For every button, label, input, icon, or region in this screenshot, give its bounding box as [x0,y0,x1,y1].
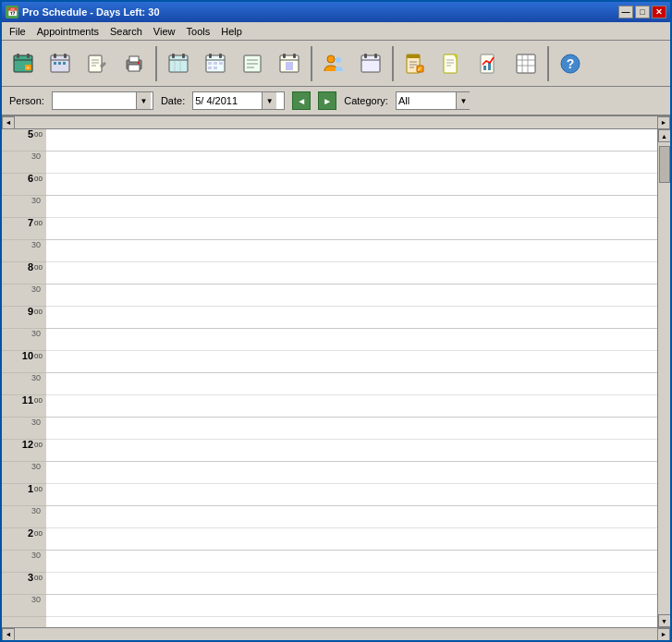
person-dropdown-arrow[interactable]: ▼ [136,92,151,109]
svg-rect-43 [293,54,296,58]
time-slot: 30 [2,329,46,351]
svg-rect-23 [172,54,175,58]
svg-rect-2 [27,54,30,58]
edit-button[interactable] [79,44,115,83]
appointment-slot[interactable] [46,329,657,351]
appointment-slot[interactable] [46,373,657,395]
appointment-slot[interactable] [46,551,657,573]
half-hour-label: 30 [31,595,41,604]
appointment-slot[interactable] [46,151,657,174]
time-slot: 1100 [2,395,46,418]
appointment-slot[interactable] [46,218,657,240]
appointment-slot[interactable] [46,351,657,373]
date-label: Date: [161,95,185,106]
menu-tools[interactable]: Tools [181,24,216,39]
hour-label: 7 [28,218,33,228]
appointment-slot[interactable] [46,307,657,329]
appointment-slot[interactable] [46,418,657,440]
menu-view[interactable]: View [148,24,181,39]
category-input[interactable] [398,95,456,106]
scroll-down-button[interactable]: ▼ [658,614,671,627]
people-button[interactable] [316,44,351,83]
svg-rect-12 [63,62,66,65]
menu-help[interactable]: Help [215,24,248,39]
svg-text:?: ? [567,56,575,71]
time-slot: 700 [2,218,46,240]
date-input[interactable] [195,95,262,106]
appointment-slot[interactable] [46,595,657,617]
time-slot: 30 [2,240,46,262]
svg-rect-48 [361,55,380,72]
appointment-slot[interactable] [46,484,657,506]
category-combo[interactable]: ▼ [396,91,470,110]
minutes-label: 00 [34,308,43,316]
help-button[interactable]: ? [553,44,588,83]
minutes-label: 00 [34,396,43,405]
svg-rect-65 [483,66,486,70]
yearly-view-button[interactable] [353,44,388,83]
appointment-slot[interactable] [46,285,657,307]
date-prev-button[interactable]: ◄ [292,91,311,110]
appointment-slot[interactable] [46,240,657,262]
print-button[interactable] [116,44,152,83]
title-bar: 📅 Pro Schedule - Days Left: 30 — □ ✕ [2,2,670,22]
time-slot: 30 [2,151,46,174]
time-slot: 600 [2,174,46,196]
category-dropdown-arrow[interactable]: ▼ [456,92,470,109]
date-next-button[interactable]: ► [318,91,336,110]
reports-button[interactable] [471,44,507,83]
maximize-button[interactable]: □ [635,6,650,18]
appointment-slot[interactable] [46,196,657,218]
date-dropdown-arrow[interactable]: ▼ [262,92,276,109]
print-icon [123,53,145,75]
scroll-thumb[interactable] [659,146,670,183]
reports-icon [478,53,500,75]
category-label: Category: [344,95,388,106]
menu-search[interactable]: Search [104,24,148,39]
time-slot: 1000 [2,351,46,373]
appointment-slot[interactable] [46,462,657,484]
title-buttons: — □ ✕ [618,6,666,18]
menu-appointments[interactable]: Appointments [31,24,104,39]
time-slot: 30 [2,196,46,218]
appointment-slot[interactable] [46,262,657,285]
title-bar-left: 📅 Pro Schedule - Days Left: 30 [6,6,160,18]
h-scroll-right-button[interactable]: ► [657,116,670,129]
h-scroll-left-button[interactable]: ◄ [2,116,15,129]
time-slot: 30 [2,551,46,573]
appointment-slot[interactable] [46,573,657,595]
appointment-column[interactable] [46,129,657,627]
scroll-track [658,142,671,614]
monthly-view-button[interactable] [198,44,233,83]
minimize-button[interactable]: — [618,6,633,18]
person-combo[interactable]: ▼ [52,91,153,110]
open-calendar-icon [49,53,71,75]
appointment-slot[interactable] [46,129,657,151]
list-view-button[interactable] [235,44,270,83]
hour-label: 2 [28,528,33,539]
h-scroll-bottom-left-button[interactable]: ◄ [2,628,15,641]
weekly-view-button[interactable] [161,44,196,83]
time-column: 5003060030700308003090030100030110030120… [2,129,46,627]
close-button[interactable]: ✕ [652,6,666,18]
menu-file[interactable]: File [4,24,31,39]
date-combo[interactable]: ▼ [192,91,285,110]
grid-button[interactable] [508,44,544,83]
person-input[interactable] [55,95,136,106]
open-calendar-button[interactable] [43,44,78,83]
notes-button[interactable] [434,44,470,83]
scroll-up-button[interactable]: ▲ [658,129,671,142]
appointment-slot[interactable] [46,174,657,196]
task-list-button[interactable]: ✓ [397,44,433,83]
appointment-slot[interactable] [46,440,657,462]
minutes-label: 00 [34,219,43,227]
h-scroll-bottom-right-button[interactable]: ► [657,628,670,641]
svg-rect-33 [214,62,217,65]
appointment-slot[interactable] [46,506,657,528]
appointment-slot[interactable] [46,528,657,551]
new-appointment-button[interactable]: + [6,44,41,83]
hour-label: 5 [28,129,33,139]
minutes-label: 00 [34,263,43,272]
day-view-button[interactable] [272,44,307,83]
appointment-slot[interactable] [46,395,657,418]
